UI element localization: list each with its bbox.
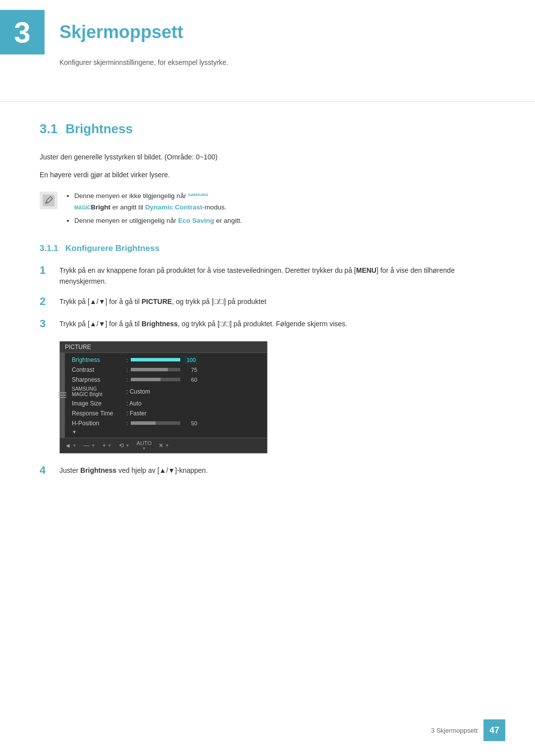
footer-chapter-text: 3 Skjermoppsett: [431, 727, 478, 734]
pic-row-response-time: Response Time : Faster: [65, 408, 267, 418]
section-description-1: Juster den generelle lysstyrken til bild…: [40, 151, 495, 162]
step-4: 4 Juster Brightness ved hjelp av [▲/▼]-k…: [40, 463, 495, 478]
bright-label: Bright: [91, 203, 110, 211]
page-number: 47: [483, 719, 505, 741]
pic-row-brightness: Brightness : 100: [65, 355, 267, 365]
pic-contrast-bar: [131, 368, 180, 371]
pic-h-position-fill: [131, 421, 156, 425]
note-item-2: Denne menyen er utilgjengelig når Eco Sa…: [74, 215, 242, 227]
pic-magic-bright-label: SAMSUNGMAGIC Bright: [72, 386, 126, 397]
step-2: 2 Trykk på [▲/▼] for å gå til PICTURE, o…: [40, 295, 495, 309]
pic-sharpness-num: 60: [183, 377, 197, 383]
step-2-number: 2: [40, 295, 52, 309]
pic-colon-3: :: [126, 377, 128, 383]
chapter-number-box: 3: [0, 10, 45, 54]
note-icon: [40, 192, 57, 209]
pic-image-size-label: Image Size: [72, 400, 126, 407]
chapter-subtitle: Konfigurer skjerminnstillingene, for eks…: [59, 58, 535, 66]
pic-row-image-size: Image Size : Auto: [65, 399, 267, 408]
pic-left-bar: |||: [60, 353, 65, 438]
main-content: 3.1 Brightness Juster den generelle lyss…: [0, 111, 535, 495]
pic-bottom-bar: ◄▼ —▼ +▼ ⟲▼ AUTO▼ ✕▼: [60, 438, 267, 453]
chapter-header: 3 Skjermoppsett Konfigurer skjerminnstil…: [0, 0, 535, 86]
pic-sharpness-label: Sharpness: [72, 376, 126, 383]
step-3-text: Trykk på [▲/▼] for å gå til Brightness, …: [59, 317, 347, 329]
brightness-label-step4: Brightness: [80, 466, 116, 474]
eco-saving-label: Eco Saving: [178, 217, 214, 224]
section-description-2: En høyere verdi gjør at bildet virker ly…: [40, 169, 495, 180]
pic-row-contrast: Contrast : 75: [65, 365, 267, 375]
header-divider: [0, 101, 535, 101]
pic-image-size-val: : Auto: [126, 400, 142, 407]
pic-h-position-bar: [131, 421, 180, 425]
pic-brightness-label: Brightness: [72, 356, 126, 363]
pic-brightness-value: : 100: [126, 356, 197, 363]
dynamic-contrast-label: Dynamic Contrast: [145, 203, 203, 211]
chapter-title: Skjermoppsett: [59, 22, 183, 43]
pic-response-time-val: : Faster: [126, 410, 147, 417]
step-1-text: Trykk på en av knappene foran på produkt…: [59, 263, 495, 287]
step-2-text: Trykk på [▲/▼] for å gå til PICTURE, og …: [59, 295, 267, 307]
pic-contrast-num: 75: [183, 367, 197, 373]
step-4-number: 4: [40, 463, 52, 478]
pic-menu-header: PICTURE: [60, 342, 267, 353]
pic-brightness-num: 100: [183, 356, 197, 363]
brightness-label-step3: Brightness: [142, 320, 178, 328]
pic-h-position-label: H-Position: [72, 420, 126, 427]
pic-icon-minus: —▼: [84, 442, 96, 449]
pic-h-position-value: : 50: [126, 420, 197, 426]
section-number: 3.1: [40, 121, 57, 137]
pic-brightness-bar: [131, 358, 180, 361]
chapter-number: 3: [14, 15, 30, 50]
note-box: Denne menyen er ikke tilgjengelig når SA…: [40, 191, 495, 229]
pic-colon-2: :: [126, 367, 128, 373]
pic-icon-plus: +▼: [103, 442, 112, 449]
svg-rect-0: [43, 195, 54, 206]
step-4-text: Juster Brightness ved hjelp av [▲/▼]-kna…: [59, 463, 208, 476]
menu-key: MENU: [356, 266, 376, 274]
pic-colon-1: :: [126, 357, 128, 363]
pic-auto-label: AUTO▼: [137, 440, 152, 451]
pic-menu-content: Brightness : 100 Contrast :: [65, 353, 267, 438]
pic-brightness-fill: [131, 358, 180, 361]
subsection-title-text: Konfigurere Brightness: [65, 244, 160, 253]
step-1-number: 1: [40, 263, 52, 278]
subsection-3-1-1-title: 3.1.1 Konfigurere Brightness: [40, 244, 495, 253]
pic-menu-body: ||| Brightness : 100: [60, 353, 267, 438]
steps-list: 1 Trykk på en av knappene foran på produ…: [40, 263, 495, 478]
subsection-number: 3.1.1: [40, 244, 58, 253]
pic-icon-enter: ⟲▼: [119, 442, 130, 449]
step-1: 1 Trykk på en av knappene foran på produ…: [40, 263, 495, 287]
pic-scroll-arrow: ▼: [65, 428, 267, 436]
pic-sharpness-bar: [131, 378, 180, 381]
pencil-icon: [42, 194, 55, 207]
note-item-1: Denne menyen er ikke tilgjengelig når SA…: [74, 191, 242, 213]
pic-response-time-label: Response Time: [72, 410, 126, 417]
pic-magic-bright-val: : Custom: [126, 388, 150, 395]
pic-row-magic-bright: SAMSUNGMAGIC Bright : Custom: [65, 385, 267, 399]
step-3: 3 Trykk på [▲/▼] for å gå til Brightness…: [40, 317, 495, 331]
pic-contrast-label: Contrast: [72, 366, 126, 373]
step-3-number: 3: [40, 317, 52, 331]
pic-colon-7: :: [126, 420, 128, 426]
pic-row-sharpness: Sharpness : 60: [65, 375, 267, 385]
pic-sharpness-value: : 60: [126, 377, 197, 383]
pic-icon-back: ◄▼: [65, 442, 77, 449]
pic-contrast-fill: [131, 368, 168, 371]
picture-label: PICTURE: [142, 298, 172, 305]
section-3-1-title: 3.1 Brightness: [40, 121, 495, 137]
monitor-screenshot: PICTURE ||| Brightness : 100: [59, 341, 268, 454]
note-content: Denne menyen er ikke tilgjengelig når SA…: [65, 191, 242, 229]
pic-sharpness-fill: [131, 378, 160, 381]
section-title-text: Brightness: [65, 121, 133, 137]
pic-icon-power: ✕▼: [159, 442, 169, 449]
page-footer: 3 Skjermoppsett 47: [431, 719, 505, 741]
pic-h-position-num: 50: [183, 420, 197, 426]
pic-row-h-position: H-Position : 50: [65, 418, 267, 428]
pic-contrast-value: : 75: [126, 367, 197, 373]
